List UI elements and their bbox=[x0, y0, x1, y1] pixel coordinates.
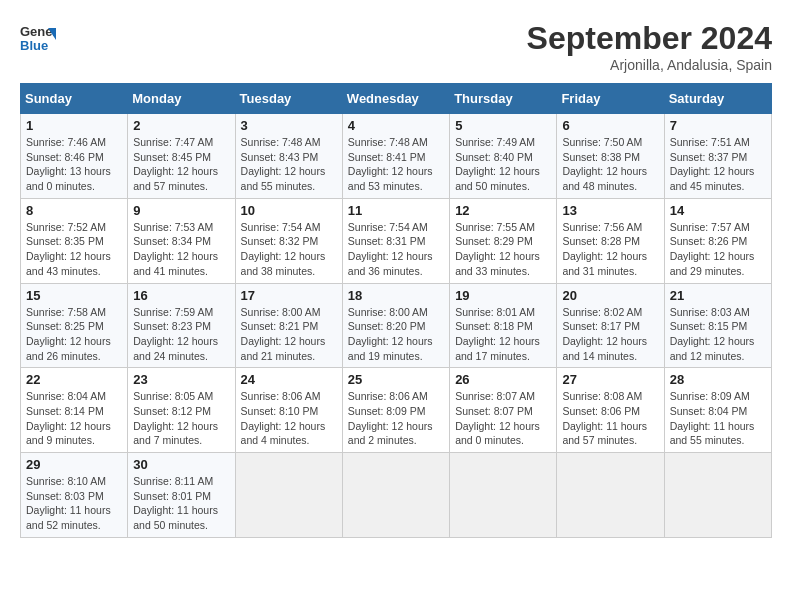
day-info: Sunrise: 8:02 AM Sunset: 8:17 PM Dayligh… bbox=[562, 305, 658, 364]
day-info: Sunrise: 7:50 AM Sunset: 8:38 PM Dayligh… bbox=[562, 135, 658, 194]
day-number: 16 bbox=[133, 288, 229, 303]
calendar-cell: 14Sunrise: 7:57 AM Sunset: 8:26 PM Dayli… bbox=[664, 198, 771, 283]
day-info: Sunrise: 8:04 AM Sunset: 8:14 PM Dayligh… bbox=[26, 389, 122, 448]
calendar-cell: 26Sunrise: 8:07 AM Sunset: 8:07 PM Dayli… bbox=[450, 368, 557, 453]
day-info: Sunrise: 7:53 AM Sunset: 8:34 PM Dayligh… bbox=[133, 220, 229, 279]
calendar-week-5: 29Sunrise: 8:10 AM Sunset: 8:03 PM Dayli… bbox=[21, 453, 772, 538]
calendar-cell: 1Sunrise: 7:46 AM Sunset: 8:46 PM Daylig… bbox=[21, 114, 128, 199]
day-number: 28 bbox=[670, 372, 766, 387]
weekday-header-saturday: Saturday bbox=[664, 84, 771, 114]
calendar-cell: 9Sunrise: 7:53 AM Sunset: 8:34 PM Daylig… bbox=[128, 198, 235, 283]
day-info: Sunrise: 8:06 AM Sunset: 8:10 PM Dayligh… bbox=[241, 389, 337, 448]
day-number: 15 bbox=[26, 288, 122, 303]
calendar-week-3: 15Sunrise: 7:58 AM Sunset: 8:25 PM Dayli… bbox=[21, 283, 772, 368]
day-number: 21 bbox=[670, 288, 766, 303]
day-number: 12 bbox=[455, 203, 551, 218]
logo-icon: General Blue bbox=[20, 20, 56, 56]
calendar-cell: 7Sunrise: 7:51 AM Sunset: 8:37 PM Daylig… bbox=[664, 114, 771, 199]
day-number: 4 bbox=[348, 118, 444, 133]
weekday-header-row: SundayMondayTuesdayWednesdayThursdayFrid… bbox=[21, 84, 772, 114]
day-info: Sunrise: 7:49 AM Sunset: 8:40 PM Dayligh… bbox=[455, 135, 551, 194]
day-info: Sunrise: 7:58 AM Sunset: 8:25 PM Dayligh… bbox=[26, 305, 122, 364]
day-number: 14 bbox=[670, 203, 766, 218]
svg-text:Blue: Blue bbox=[20, 38, 48, 53]
calendar-cell bbox=[235, 453, 342, 538]
calendar-cell: 17Sunrise: 8:00 AM Sunset: 8:21 PM Dayli… bbox=[235, 283, 342, 368]
calendar-cell: 16Sunrise: 7:59 AM Sunset: 8:23 PM Dayli… bbox=[128, 283, 235, 368]
calendar-title: September 2024 bbox=[527, 20, 772, 57]
calendar-cell: 30Sunrise: 8:11 AM Sunset: 8:01 PM Dayli… bbox=[128, 453, 235, 538]
day-info: Sunrise: 7:54 AM Sunset: 8:32 PM Dayligh… bbox=[241, 220, 337, 279]
calendar-cell: 6Sunrise: 7:50 AM Sunset: 8:38 PM Daylig… bbox=[557, 114, 664, 199]
calendar-cell: 2Sunrise: 7:47 AM Sunset: 8:45 PM Daylig… bbox=[128, 114, 235, 199]
day-number: 23 bbox=[133, 372, 229, 387]
calendar-cell: 24Sunrise: 8:06 AM Sunset: 8:10 PM Dayli… bbox=[235, 368, 342, 453]
day-info: Sunrise: 8:08 AM Sunset: 8:06 PM Dayligh… bbox=[562, 389, 658, 448]
calendar-cell bbox=[342, 453, 449, 538]
calendar-cell: 11Sunrise: 7:54 AM Sunset: 8:31 PM Dayli… bbox=[342, 198, 449, 283]
day-info: Sunrise: 8:00 AM Sunset: 8:20 PM Dayligh… bbox=[348, 305, 444, 364]
day-info: Sunrise: 8:10 AM Sunset: 8:03 PM Dayligh… bbox=[26, 474, 122, 533]
day-number: 20 bbox=[562, 288, 658, 303]
day-number: 30 bbox=[133, 457, 229, 472]
day-number: 7 bbox=[670, 118, 766, 133]
day-number: 2 bbox=[133, 118, 229, 133]
day-info: Sunrise: 8:11 AM Sunset: 8:01 PM Dayligh… bbox=[133, 474, 229, 533]
day-number: 26 bbox=[455, 372, 551, 387]
calendar-cell: 22Sunrise: 8:04 AM Sunset: 8:14 PM Dayli… bbox=[21, 368, 128, 453]
logo: General Blue bbox=[20, 20, 56, 56]
calendar-table: SundayMondayTuesdayWednesdayThursdayFrid… bbox=[20, 83, 772, 538]
calendar-week-2: 8Sunrise: 7:52 AM Sunset: 8:35 PM Daylig… bbox=[21, 198, 772, 283]
calendar-cell: 5Sunrise: 7:49 AM Sunset: 8:40 PM Daylig… bbox=[450, 114, 557, 199]
day-info: Sunrise: 7:56 AM Sunset: 8:28 PM Dayligh… bbox=[562, 220, 658, 279]
day-number: 1 bbox=[26, 118, 122, 133]
title-section: September 2024 Arjonilla, Andalusia, Spa… bbox=[527, 20, 772, 73]
calendar-cell: 18Sunrise: 8:00 AM Sunset: 8:20 PM Dayli… bbox=[342, 283, 449, 368]
calendar-week-1: 1Sunrise: 7:46 AM Sunset: 8:46 PM Daylig… bbox=[21, 114, 772, 199]
day-number: 22 bbox=[26, 372, 122, 387]
day-number: 24 bbox=[241, 372, 337, 387]
day-number: 6 bbox=[562, 118, 658, 133]
day-number: 8 bbox=[26, 203, 122, 218]
calendar-cell: 21Sunrise: 8:03 AM Sunset: 8:15 PM Dayli… bbox=[664, 283, 771, 368]
weekday-header-wednesday: Wednesday bbox=[342, 84, 449, 114]
day-info: Sunrise: 7:48 AM Sunset: 8:41 PM Dayligh… bbox=[348, 135, 444, 194]
day-number: 3 bbox=[241, 118, 337, 133]
calendar-cell: 8Sunrise: 7:52 AM Sunset: 8:35 PM Daylig… bbox=[21, 198, 128, 283]
day-info: Sunrise: 8:03 AM Sunset: 8:15 PM Dayligh… bbox=[670, 305, 766, 364]
day-info: Sunrise: 7:51 AM Sunset: 8:37 PM Dayligh… bbox=[670, 135, 766, 194]
calendar-cell: 25Sunrise: 8:06 AM Sunset: 8:09 PM Dayli… bbox=[342, 368, 449, 453]
day-number: 18 bbox=[348, 288, 444, 303]
day-info: Sunrise: 8:01 AM Sunset: 8:18 PM Dayligh… bbox=[455, 305, 551, 364]
day-info: Sunrise: 7:57 AM Sunset: 8:26 PM Dayligh… bbox=[670, 220, 766, 279]
day-number: 17 bbox=[241, 288, 337, 303]
day-info: Sunrise: 8:05 AM Sunset: 8:12 PM Dayligh… bbox=[133, 389, 229, 448]
calendar-cell bbox=[450, 453, 557, 538]
day-info: Sunrise: 7:48 AM Sunset: 8:43 PM Dayligh… bbox=[241, 135, 337, 194]
day-info: Sunrise: 7:59 AM Sunset: 8:23 PM Dayligh… bbox=[133, 305, 229, 364]
weekday-header-tuesday: Tuesday bbox=[235, 84, 342, 114]
weekday-header-thursday: Thursday bbox=[450, 84, 557, 114]
day-info: Sunrise: 7:55 AM Sunset: 8:29 PM Dayligh… bbox=[455, 220, 551, 279]
day-info: Sunrise: 7:46 AM Sunset: 8:46 PM Dayligh… bbox=[26, 135, 122, 194]
weekday-header-monday: Monday bbox=[128, 84, 235, 114]
calendar-cell: 10Sunrise: 7:54 AM Sunset: 8:32 PM Dayli… bbox=[235, 198, 342, 283]
calendar-cell bbox=[664, 453, 771, 538]
day-info: Sunrise: 7:52 AM Sunset: 8:35 PM Dayligh… bbox=[26, 220, 122, 279]
calendar-cell: 28Sunrise: 8:09 AM Sunset: 8:04 PM Dayli… bbox=[664, 368, 771, 453]
day-info: Sunrise: 7:54 AM Sunset: 8:31 PM Dayligh… bbox=[348, 220, 444, 279]
day-number: 5 bbox=[455, 118, 551, 133]
calendar-cell: 23Sunrise: 8:05 AM Sunset: 8:12 PM Dayli… bbox=[128, 368, 235, 453]
day-number: 29 bbox=[26, 457, 122, 472]
calendar-cell: 4Sunrise: 7:48 AM Sunset: 8:41 PM Daylig… bbox=[342, 114, 449, 199]
calendar-cell: 12Sunrise: 7:55 AM Sunset: 8:29 PM Dayli… bbox=[450, 198, 557, 283]
day-number: 10 bbox=[241, 203, 337, 218]
day-number: 13 bbox=[562, 203, 658, 218]
day-info: Sunrise: 8:06 AM Sunset: 8:09 PM Dayligh… bbox=[348, 389, 444, 448]
day-info: Sunrise: 7:47 AM Sunset: 8:45 PM Dayligh… bbox=[133, 135, 229, 194]
calendar-subtitle: Arjonilla, Andalusia, Spain bbox=[527, 57, 772, 73]
calendar-week-4: 22Sunrise: 8:04 AM Sunset: 8:14 PM Dayli… bbox=[21, 368, 772, 453]
calendar-cell: 19Sunrise: 8:01 AM Sunset: 8:18 PM Dayli… bbox=[450, 283, 557, 368]
day-number: 25 bbox=[348, 372, 444, 387]
header: General Blue September 2024 Arjonilla, A… bbox=[20, 20, 772, 73]
